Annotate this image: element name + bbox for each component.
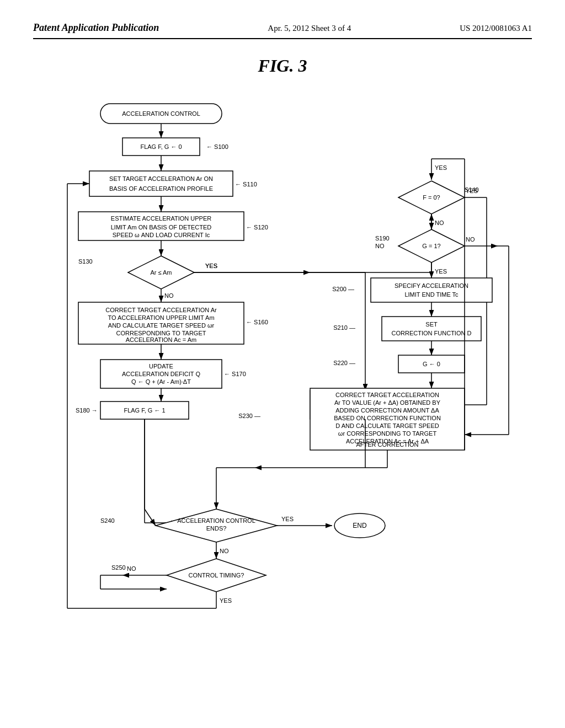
s160-label-4: CORRESPONDING TO TARGET: [116, 330, 206, 336]
s230-label-3: ADDING CORRECTION AMOUNT ΔA: [335, 407, 439, 414]
s180-id: S180 →: [76, 407, 98, 414]
s120-label-2: LIMIT Am ON BASIS OF DETECTED: [111, 224, 212, 231]
svg-rect-31: [382, 317, 481, 341]
s230-label-6: ωr CORRESPONDING TO TARGET: [338, 430, 437, 437]
s190-yes-label: YES: [435, 268, 447, 275]
flowchart-container: ACCELERATION CONTROL FLAG F, G ← 0 ← S10…: [45, 93, 520, 677]
figure-title: FIG. 3: [33, 56, 532, 76]
s190-id: S190: [375, 235, 390, 242]
s220-id: S220 —: [333, 360, 355, 366]
s100-label: FLAG F, G ← 0: [140, 143, 182, 150]
publication-number: US 2012/0081063 A1: [460, 24, 532, 33]
s170-label-3: Q ← Q + (Ar - Am)·ΔT: [131, 378, 191, 385]
s200-id: S200 —: [332, 286, 354, 292]
start-label: ACCELERATION CONTROL: [122, 110, 200, 117]
s140-yes-label: YES: [466, 188, 478, 194]
s170-label-1: UPDATE: [149, 363, 173, 370]
s240-id: S240: [100, 517, 115, 524]
s240-no-label: NO: [220, 548, 229, 554]
s170-id: ← S170: [224, 371, 246, 377]
s240-label-1: ACCELERATION CONTROL: [177, 517, 255, 524]
s250-id: S250: [111, 564, 126, 571]
s120-label-3: SPEED ω AND LOAD CURRENT Ic: [113, 232, 210, 238]
s170-label-2: ACCELERATION DEFICIT Q: [122, 371, 200, 377]
svg-rect-29: [371, 278, 492, 302]
s130-label: Ar ≤ Am: [150, 269, 172, 276]
s100-id: ← S100: [206, 143, 228, 150]
s140-no-label: NO: [435, 220, 444, 226]
s120-label-1: ESTIMATE ACCELERATION UPPER: [111, 215, 211, 222]
publication-date-sheet: Apr. 5, 2012 Sheet 3 of 4: [268, 24, 351, 33]
s110-label-1: SET TARGET ACCELERATION Ar ON: [109, 175, 213, 182]
s250-label: CONTROL TIMING?: [189, 572, 244, 579]
s230-id: S230 —: [238, 413, 260, 419]
s220-label: G ← 0: [423, 361, 440, 367]
svg-rect-5: [89, 171, 233, 196]
s160-label-1: CORRECT TARGET ACCELERATION Ar: [105, 307, 217, 313]
s130-id: S130: [78, 258, 93, 265]
s190-no-pre: NO: [375, 243, 385, 249]
s140-label: F = 0?: [423, 194, 440, 201]
s160-label-3: AND CALCULATE TARGET SPEED ωr: [108, 322, 215, 329]
s210-label-2: CORRECTION FUNCTION D: [392, 330, 472, 336]
s110-id: ← S110: [235, 181, 257, 188]
s250-yes-label: YES: [220, 597, 232, 604]
s200-label-1: SPECIFY ACCELERATION: [395, 282, 468, 289]
s190-label: G = 1?: [422, 243, 440, 249]
s210-label-1: SET: [425, 321, 438, 328]
s250-no-label: NO: [127, 565, 136, 572]
s130-yes-label: YES: [205, 263, 217, 269]
s110-label-2: BASIS OF ACCELERATION PROFILE: [109, 185, 213, 192]
publication-title: Patent Application Publication: [33, 22, 159, 34]
end-label: END: [353, 522, 367, 529]
s160-id: ← S160: [246, 319, 268, 325]
flowchart-svg: ACCELERATION CONTROL FLAG F, G ← 0 ← S10…: [45, 93, 520, 677]
s190-no-label: NO: [466, 236, 475, 243]
s210-id: S210 —: [333, 324, 355, 331]
s160-label-2: TO ACCELERATION UPPER LIMIT Am: [108, 314, 214, 321]
s160-label-5: ACCELERATION Ac = Am: [126, 336, 196, 343]
s240-yes-label: YES: [281, 516, 294, 522]
s180-label: FLAG F, G ← 1: [124, 407, 165, 414]
s230-label-4: BASED ON CORRECTION FUNCTION: [334, 415, 441, 421]
s230-label-5: D AND CALCULATE TARGET SPEED: [335, 422, 439, 429]
s130-no: NO: [164, 292, 174, 299]
s120-id: ← S120: [246, 224, 268, 231]
page: Patent Application Publication Apr. 5, 2…: [0, 0, 565, 728]
s200-label-2: LIMIT END TIME Tc: [404, 291, 459, 298]
header: Patent Application Publication Apr. 5, 2…: [33, 22, 532, 39]
s240-label-2: ENDS?: [206, 525, 227, 532]
loop-yes-label: YES: [435, 164, 447, 171]
s230-label-2: Ar TO VALUE (Ar + ΔA) OBTAINED BY: [334, 399, 441, 406]
s230-label-1: CORRECT TARGET ACCELERATION: [335, 392, 439, 398]
